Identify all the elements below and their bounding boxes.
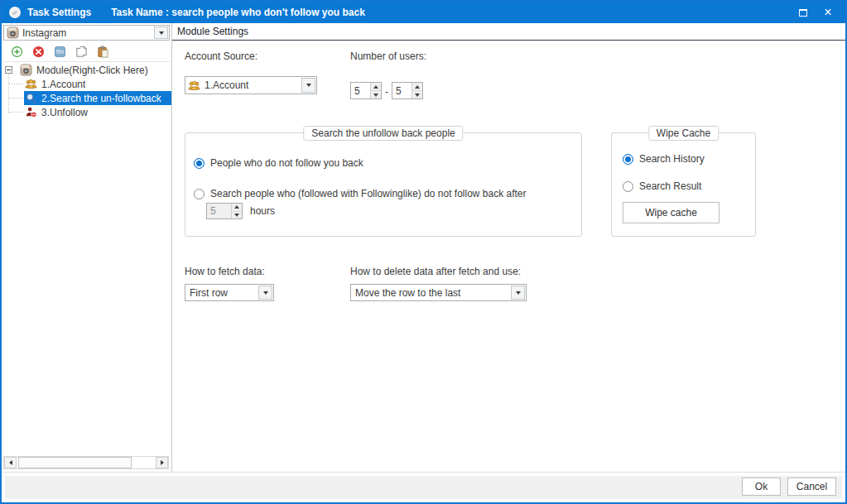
- module-settings-title: Module Settings: [177, 26, 248, 37]
- option-search-followed-not-back[interactable]: Search people who (followed with Followi…: [194, 188, 527, 199]
- radio-selected-icon[interactable]: [194, 158, 205, 169]
- platform-select-dropdown-button[interactable]: [154, 26, 168, 39]
- spinner-down-icon[interactable]: [232, 212, 242, 219]
- account-source-select[interactable]: 1.Account: [185, 76, 317, 94]
- option-search-result[interactable]: Search Result: [623, 180, 701, 192]
- account-source-value: 1.Account: [200, 79, 301, 91]
- radio-unselected-icon[interactable]: [194, 189, 205, 199]
- delete-icon[interactable]: [32, 46, 45, 58]
- close-icon: ×: [824, 6, 831, 19]
- paste-icon[interactable]: [97, 46, 109, 58]
- svg-text:Rn: Rn: [56, 49, 64, 55]
- delete-data-label: How to delete data after fetch and use:: [350, 266, 521, 277]
- search-icon: [25, 92, 37, 104]
- add-icon[interactable]: [11, 46, 23, 58]
- hours-spinner[interactable]: 5: [206, 203, 243, 219]
- panel-divider: [171, 23, 172, 472]
- footer-bar: Ok Cancel: [5, 476, 842, 499]
- search-unfollowback-groupbox: Search the unfollow back people People w…: [185, 132, 582, 237]
- sidebar-horizontal-scrollbar[interactable]: [3, 456, 169, 469]
- module-tree: Module(Right-Click Here) 1.Account: [2, 63, 171, 125]
- arrow-left-icon: [9, 460, 12, 465]
- users-to-spinner[interactable]: 5: [392, 82, 423, 99]
- wipe-cache-groupbox: Wipe Cache Search History Search Result …: [611, 132, 756, 237]
- option-label: Search History: [639, 153, 705, 165]
- chevron-down-icon: [263, 291, 268, 295]
- hours-setting: 5 hours: [206, 203, 275, 219]
- scroll-right-button[interactable]: [156, 457, 168, 468]
- spinner-up-icon[interactable]: [412, 83, 422, 91]
- users-from-spinner[interactable]: 5: [350, 82, 382, 99]
- spinner-down-icon[interactable]: [371, 91, 381, 98]
- radio-selected-icon[interactable]: [623, 154, 633, 165]
- tree-root-module[interactable]: Module(Right-Click Here): [2, 63, 171, 77]
- fetch-data-select[interactable]: First row: [185, 284, 274, 301]
- sidebar: Instagram Rn: [2, 23, 171, 472]
- delete-data-value: Move the row to the last: [351, 287, 510, 299]
- task-settings-window: Task Settings Task Name : search people …: [0, 0, 847, 504]
- account-source-label: Account Source:: [185, 50, 257, 62]
- cancel-button-label: Cancel: [796, 481, 827, 492]
- radio-unselected-icon[interactable]: [623, 181, 633, 192]
- tree-collapse-toggle[interactable]: [5, 66, 12, 74]
- task-name-label: Task Name : search people who don't foll…: [111, 7, 365, 18]
- users-from-value[interactable]: 5: [351, 83, 370, 98]
- module-settings-header: Module Settings: [172, 23, 845, 41]
- wipe-cache-button-label: Wipe cache: [645, 207, 697, 218]
- instagram-icon: [7, 26, 19, 39]
- chevron-down-icon: [306, 84, 311, 87]
- users-to-value[interactable]: 5: [392, 83, 411, 98]
- close-button[interactable]: ×: [816, 2, 840, 23]
- search-groupbox-title: Search the unfollow back people: [303, 126, 463, 141]
- copy-icon[interactable]: [75, 46, 88, 58]
- number-of-users-label: Number of users:: [350, 50, 426, 62]
- delete-data-select[interactable]: Move the row to the last: [350, 284, 527, 301]
- option-label: People who do not follow you back: [210, 157, 363, 169]
- instagram-icon: [20, 64, 32, 76]
- fetch-data-label: How to fetch data:: [185, 266, 265, 277]
- chevron-down-icon: [516, 291, 521, 295]
- tree-branch-line: [9, 98, 24, 98]
- spinner-down-icon[interactable]: [412, 91, 422, 98]
- account-source-dropdown-button[interactable]: [301, 78, 315, 93]
- delete-data-dropdown-button[interactable]: [511, 286, 525, 300]
- spinner-up-icon[interactable]: [371, 83, 381, 91]
- hours-value[interactable]: 5: [207, 204, 231, 218]
- ok-button[interactable]: Ok: [742, 478, 781, 496]
- wipe-cache-button[interactable]: Wipe cache: [623, 202, 719, 223]
- wipe-cache-groupbox-title: Wipe Cache: [648, 126, 719, 141]
- tree-item-unfollow[interactable]: 3.Unfollow: [2, 105, 171, 119]
- tree-branch-line: [9, 112, 24, 113]
- app-logo-icon: [8, 6, 22, 19]
- hours-unit-label: hours: [250, 205, 275, 217]
- fetch-data-dropdown-button[interactable]: [258, 286, 272, 300]
- window-title: Task Settings: [27, 7, 91, 18]
- scroll-left-button[interactable]: [4, 457, 17, 468]
- unfollow-icon: [25, 106, 37, 118]
- sidebar-toolbar: Rn: [3, 41, 170, 62]
- tree-item-label: 2.Search the un-followback: [41, 93, 161, 104]
- footer-divider: [2, 472, 845, 473]
- option-label: Search people who (followed with Followi…: [210, 188, 527, 199]
- rename-icon[interactable]: Rn: [54, 46, 66, 58]
- platform-select[interactable]: Instagram: [3, 25, 170, 41]
- maximize-icon: [799, 9, 807, 17]
- cancel-button[interactable]: Cancel: [787, 478, 836, 496]
- tree-item-search-unfollowback[interactable]: 2.Search the un-followback: [2, 91, 171, 105]
- option-search-history[interactable]: Search History: [623, 153, 705, 165]
- tree-item-label: 1.Account: [41, 79, 85, 90]
- option-label: Search Result: [639, 180, 701, 192]
- option-people-not-follow-back[interactable]: People who do not follow you back: [194, 157, 363, 169]
- scrollbar-thumb[interactable]: [18, 457, 132, 468]
- fetch-data-value: First row: [185, 287, 257, 299]
- range-separator: -: [382, 86, 392, 98]
- spinner-up-icon[interactable]: [232, 204, 242, 212]
- tree-branch-line: [9, 84, 24, 84]
- chevron-down-icon: [159, 31, 164, 35]
- ok-button-label: Ok: [755, 481, 768, 492]
- tree-item-account[interactable]: 1.Account: [2, 77, 171, 91]
- maximize-button[interactable]: [791, 2, 816, 23]
- users-icon: [25, 78, 37, 90]
- users-icon: [188, 79, 200, 92]
- arrow-right-icon: [161, 460, 164, 465]
